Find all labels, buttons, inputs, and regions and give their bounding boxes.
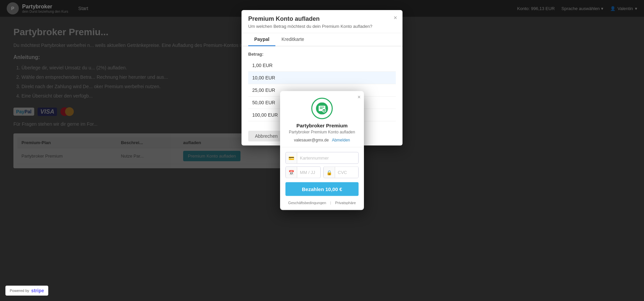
pay-button[interactable]: Bezahlen 10,00 € — [285, 182, 359, 196]
expiry-field: 📅 — [285, 167, 321, 178]
betrag-option-1eur[interactable]: 1,00 EUR — [248, 59, 396, 72]
stripe-modal-links: Geschäftsbedingungen | Privatsphäre — [280, 201, 364, 205]
stripe-modal-title: Partybroker Premium — [280, 123, 364, 128]
stripe-modal-logo-wrap: P — [280, 91, 364, 119]
links-separator: | — [330, 201, 331, 205]
outer-modal-header: Premium Konto aufladen Um welchen Betrag… — [241, 10, 402, 33]
outer-modal-title: Premium Konto aufladen — [248, 15, 396, 22]
stripe-logo: stripe — [31, 288, 44, 293]
calendar-icon: 📅 — [286, 167, 297, 178]
stripe-modal: × P Partybroker Premium Partybroker Prem… — [280, 91, 364, 210]
tab-paypal[interactable]: Paypal — [248, 33, 275, 46]
lock-icon: 🔒 — [324, 167, 335, 178]
card-number-field: 💳 — [285, 152, 359, 164]
card-number-input[interactable] — [297, 153, 358, 164]
stripe-modal-close-button[interactable]: × — [358, 95, 361, 100]
outer-modal-subtitle: Um welchen Betrag möchtest du dein Premi… — [248, 24, 396, 29]
stripe-modal-email: valesauer@gmx.de Abmelden — [280, 138, 364, 142]
cancel-button[interactable]: Abbrechen — [248, 131, 284, 141]
betrag-label: Betrag: — [248, 52, 396, 57]
betrag-option-10eur[interactable]: 10,00 EUR — [248, 72, 396, 84]
svg-rect-5 — [320, 108, 323, 109]
modal-divider — [280, 147, 364, 147]
cvc-input[interactable] — [335, 167, 359, 178]
expiry-cvc-row: 📅 🔒 — [285, 167, 359, 181]
partybroker-logo: P — [311, 98, 333, 119]
powered-by-text: Powered by — [10, 289, 29, 293]
tab-kreditkarte[interactable]: Kreditkarte — [275, 33, 310, 46]
expiry-input[interactable] — [297, 167, 321, 178]
abmelden-link[interactable]: Abmelden — [332, 138, 350, 142]
powered-by-stripe: Powered by stripe — [5, 286, 48, 296]
payment-tabs: Paypal Kreditkarte — [241, 33, 402, 46]
card-icon: 💳 — [286, 153, 297, 164]
privatsphaere-link[interactable]: Privatsphäre — [335, 201, 356, 205]
geschaeftsbedingungen-link[interactable]: Geschäftsbedingungen — [288, 201, 326, 205]
stripe-form: 💳 📅 🔒 Bezahlen 10,00 € — [280, 152, 364, 196]
svg-rect-4 — [320, 107, 324, 108]
cvc-field: 🔒 — [323, 167, 359, 178]
svg-text:P: P — [323, 110, 325, 112]
outer-modal-close-button[interactable]: × — [393, 15, 397, 21]
stripe-modal-subtitle: Partybroker Premium Konto aufladen — [280, 130, 364, 134]
